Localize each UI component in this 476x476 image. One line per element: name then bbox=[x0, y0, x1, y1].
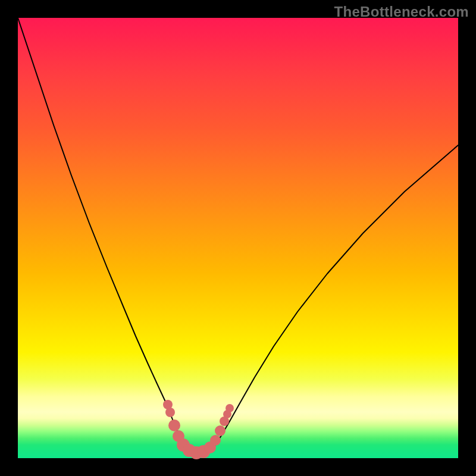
valley-marker bbox=[215, 425, 226, 436]
bottleneck-curve bbox=[18, 18, 458, 453]
valley-marker bbox=[210, 435, 221, 446]
chart-svg bbox=[18, 18, 458, 458]
curve-layer bbox=[18, 18, 458, 453]
outer-frame: TheBottleneck.com bbox=[0, 0, 476, 476]
valley-marker bbox=[168, 419, 180, 431]
valley-marker bbox=[165, 408, 175, 417]
valley-marker bbox=[226, 404, 234, 412]
marker-layer bbox=[163, 400, 234, 459]
